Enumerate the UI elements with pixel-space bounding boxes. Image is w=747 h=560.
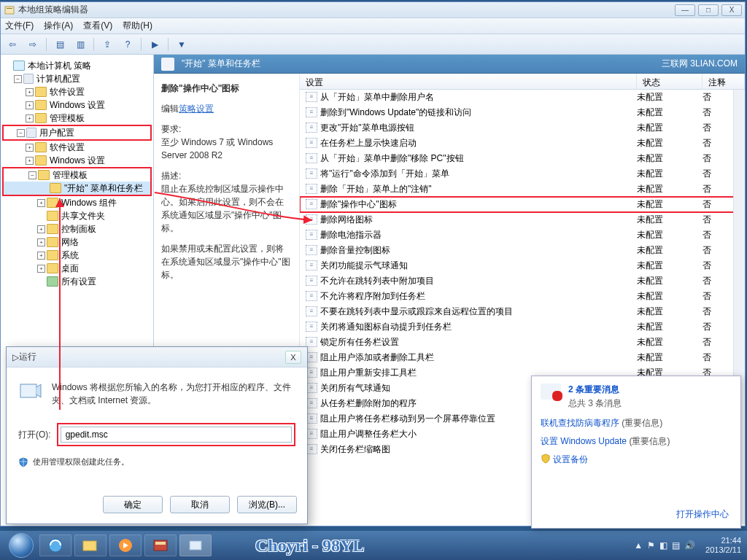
menu-action[interactable]: 操作(A) [44, 20, 73, 32]
maximize-button[interactable]: □ [698, 4, 719, 16]
tree-item[interactable]: +Windows 设置 [1, 98, 153, 112]
list-item[interactable]: ≡删除到"Windows Update"的链接和访问未配置否 [300, 105, 745, 120]
run-titlebar[interactable]: ▷ 运行 X [7, 347, 307, 368]
ac-link-backup[interactable]: 设置备份 [532, 451, 740, 469]
run-input[interactable] [61, 427, 292, 443]
policy-icon: ≡ [306, 184, 317, 194]
close-button[interactable]: X [721, 4, 742, 16]
tree-item[interactable]: +网络 [1, 236, 153, 249]
taskbar-gpedit[interactable] [179, 534, 212, 556]
list-item[interactable]: ≡在任务栏上显示快速启动未配置否 [300, 136, 745, 151]
edit-policy-link[interactable]: 策略设置 [179, 104, 214, 114]
taskbar-explorer[interactable] [74, 534, 107, 556]
taskbar-app[interactable] [144, 534, 177, 556]
tray-arrow-icon[interactable]: ▲ [634, 540, 643, 551]
ac-link-update[interactable]: 设置 Windows Update (重要信息) [532, 432, 740, 451]
tree-item[interactable]: 共享文件夹 [1, 209, 153, 222]
tree-item[interactable]: +桌面 [1, 262, 153, 275]
tree-item[interactable]: +Windows 组件 [1, 196, 153, 209]
col-setting[interactable]: 设置 [300, 74, 637, 89]
ok-button[interactable]: 确定 [103, 496, 163, 513]
list-item[interactable]: ≡删除"操作中心"图标未配置否 [300, 197, 745, 212]
tree-user-config[interactable]: −用户配置 [4, 126, 150, 139]
export-icon[interactable]: ⇪ [100, 37, 115, 52]
ac-link-antivirus[interactable]: 联机查找防病毒程序 (重要信息) [532, 414, 740, 432]
menu-help[interactable]: 帮助(H) [123, 20, 152, 32]
system-tray[interactable]: ▲ ⚑ ◧ ▤ 🔊 21:442013/2/11 [634, 536, 741, 555]
policy-icon: ≡ [306, 291, 317, 301]
list-item[interactable]: ≡阻止用户添加或者删除工具栏未配置否 [300, 350, 745, 365]
clock[interactable]: 21:442013/2/11 [705, 536, 741, 555]
start-button[interactable] [6, 531, 36, 560]
run-icon: ▷ [12, 352, 19, 362]
play-icon[interactable]: ▶ [147, 37, 162, 52]
tray-icon[interactable]: ◧ [659, 540, 667, 551]
setting-state: 未配置 [637, 229, 703, 241]
minimize-button[interactable]: — [675, 4, 695, 16]
policy-icon: ≡ [306, 122, 317, 133]
menu-file[interactable]: 文件(F) [5, 20, 34, 32]
run-title: 运行 [19, 351, 36, 363]
setting-name: 删除电池指示器 [320, 229, 637, 241]
tree-computer-config[interactable]: −计算机配置 [1, 72, 153, 85]
tree-item[interactable]: +软件设置 [1, 141, 153, 154]
list-item[interactable]: ≡从「开始」菜单中删除用户名未配置否 [300, 90, 745, 105]
tree-item[interactable]: +软件设置 [1, 85, 153, 98]
policy-icon: ≡ [306, 168, 317, 179]
col-state[interactable]: 状态 [637, 74, 703, 89]
col-note[interactable]: 注释 [703, 74, 745, 89]
tree-item[interactable]: +Windows 设置 [1, 154, 153, 167]
tree-root[interactable]: 本地计算机 策略 [1, 59, 153, 72]
list-item[interactable]: ≡不要在跳转列表中显示或跟踪来自远程位置的项目未配置否 [300, 304, 745, 319]
open-action-center-link[interactable]: 打开操作中心 [676, 508, 729, 521]
run-app-icon [18, 381, 43, 402]
volume-icon[interactable]: 🔊 [684, 540, 695, 551]
tree-admin-templates[interactable]: −管理模板 [4, 168, 150, 182]
setting-state: 未配置 [637, 106, 703, 119]
list-item[interactable]: ≡从「开始」菜单中删除"移除 PC"按钮未配置否 [300, 151, 745, 166]
setting-name: 从「开始」菜单中删除用户名 [320, 91, 637, 104]
run-description: Windows 将根据您所输入的名称，为您打开相应的程序、文件夹、文档或 Int… [52, 381, 295, 407]
browse-button[interactable]: 浏览(B)... [237, 496, 297, 513]
policy-icon: ≡ [306, 322, 317, 332]
list-icon[interactable]: ▥ [73, 37, 88, 52]
close-icon[interactable]: X [285, 351, 301, 364]
list-item[interactable]: ≡不允许在跳转列表中附加项目未配置否 [300, 273, 745, 289]
policy-icon: ≡ [306, 276, 317, 286]
tree-item[interactable]: +控制面板 [1, 222, 153, 236]
svg-rect-1 [7, 8, 12, 9]
list-item[interactable]: ≡锁定所有任务栏设置未配置否 [300, 335, 745, 350]
tree-item[interactable]: +管理模板 [1, 112, 153, 125]
list-item[interactable]: ≡删除音量控制图标未配置否 [300, 243, 745, 258]
menu-view[interactable]: 查看(V) [83, 20, 112, 32]
list-item[interactable]: ≡关闭功能提示气球通知未配置否 [300, 258, 745, 273]
cancel-button[interactable]: 取消 [170, 496, 230, 513]
forward-icon[interactable]: ⇨ [26, 37, 40, 52]
list-item[interactable]: ≡删除「开始」菜单上的"注销"未配置否 [300, 182, 745, 197]
list-item[interactable]: ≡更改"开始"菜单电源按钮未配置否 [300, 120, 745, 136]
menubar: 文件(F) 操作(A) 查看(V) 帮助(H) [1, 18, 745, 34]
list-item[interactable]: ≡不允许将程序附加到任务栏未配置否 [300, 289, 745, 304]
back-icon[interactable]: ⇦ [5, 37, 20, 52]
taskbar-ie[interactable] [39, 534, 71, 556]
list-item[interactable]: ≡删除电池指示器未配置否 [300, 228, 745, 243]
folder-icon [161, 58, 174, 71]
watermark: 三联网 3LIAN.COM [662, 58, 738, 70]
network-icon[interactable]: ▤ [672, 540, 680, 551]
flag-icon[interactable]: ⚑ [647, 540, 655, 551]
setting-state: 未配置 [637, 168, 703, 180]
tree-item[interactable]: 所有设置 [1, 275, 153, 288]
list-header: 设置 状态 注释 [300, 74, 745, 90]
tree-item[interactable]: +系统 [1, 249, 153, 262]
taskbar-media[interactable] [109, 534, 142, 556]
folder-icon[interactable]: ▤ [53, 37, 67, 52]
list-item[interactable]: ≡删除网络图标未配置否 [300, 212, 745, 228]
help-icon[interactable]: ? [120, 37, 135, 52]
list-item[interactable]: ≡将"运行"命令添加到「开始」菜单未配置否 [300, 166, 745, 182]
titlebar[interactable]: 本地组策略编辑器 — □ X [1, 2, 745, 18]
tree-start-taskbar[interactable]: "开始" 菜单和任务栏 [4, 182, 150, 195]
list-item[interactable]: ≡关闭将通知图标自动提升到任务栏未配置否 [300, 319, 745, 335]
setting-name: 从「开始」菜单中删除"移除 PC"按钮 [320, 152, 637, 165]
policy-icon: ≡ [306, 214, 317, 225]
filter-icon[interactable]: ▼ [174, 37, 189, 52]
